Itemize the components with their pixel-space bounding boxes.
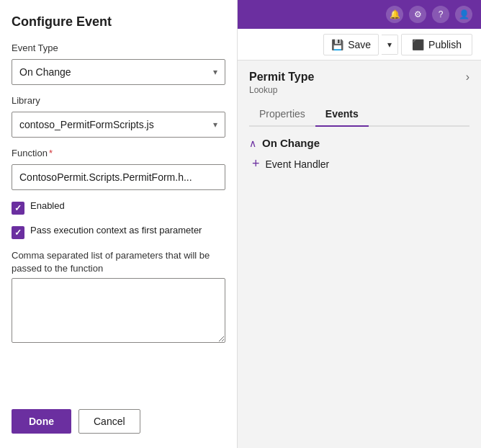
top-toolbar: 🔔 ⚙ ? 👤 — [238, 0, 481, 29]
tab-properties[interactable]: Properties — [249, 102, 315, 127]
on-change-section: ∧ On Change + Event Handler — [249, 137, 469, 171]
chevron-down-icon: ▾ — [213, 67, 217, 77]
lookup-label: Lookup — [249, 85, 469, 95]
pass-context-checkbox[interactable] — [12, 226, 24, 239]
help-icon[interactable]: ? — [432, 6, 449, 23]
done-button[interactable]: Done — [12, 409, 71, 434]
right-content: Permit Type › Lookup Properties Events ∧… — [238, 61, 481, 190]
settings-icon[interactable]: ⚙ — [409, 6, 426, 23]
library-select[interactable]: contoso_PermitFormScripts.js ▾ — [12, 112, 225, 138]
tab-events[interactable]: Events — [315, 102, 369, 127]
event-type-field: Event Type On Change ▾ — [12, 42, 225, 85]
publish-icon: ⬛ — [412, 39, 424, 50]
function-field: Function* — [12, 148, 225, 190]
cancel-button[interactable]: Cancel — [78, 409, 140, 434]
notifications-icon[interactable]: 🔔 — [386, 6, 403, 23]
panel-title: Configure Event — [12, 14, 225, 30]
params-textarea[interactable] — [12, 278, 225, 343]
on-change-header: ∧ On Change — [249, 137, 469, 149]
on-change-title: On Change — [262, 137, 320, 149]
action-buttons: Done Cancel — [12, 402, 225, 434]
pass-context-checkbox-row: Pass execution context as first paramete… — [12, 225, 225, 239]
event-type-select[interactable]: On Change ▾ — [12, 59, 225, 85]
chevron-down-icon: ▾ — [213, 120, 217, 130]
configure-event-panel: Configure Event Event Type On Change ▾ L… — [0, 0, 238, 448]
publish-button[interactable]: ⬛ Publish — [401, 34, 472, 55]
event-handler-row[interactable]: + Event Handler — [249, 156, 469, 171]
function-label: Function* — [12, 148, 225, 158]
permit-type-header: Permit Type › — [249, 71, 469, 84]
params-label: Comma separated list of parameters that … — [12, 249, 225, 275]
event-handler-label: Event Handler — [266, 158, 330, 170]
library-label: Library — [12, 95, 225, 106]
collapse-icon[interactable]: ∧ — [249, 138, 256, 149]
save-dropdown-button[interactable]: ▾ — [382, 35, 398, 55]
user-avatar[interactable]: 👤 — [455, 6, 472, 23]
save-button[interactable]: 💾 Save — [323, 34, 379, 55]
event-type-label: Event Type — [12, 42, 225, 53]
library-field: Library contoso_PermitFormScripts.js ▾ — [12, 95, 225, 138]
permit-type-title: Permit Type — [249, 71, 314, 84]
right-panel: 🔔 ⚙ ? 👤 💾 Save ▾ ⬛ Publish Permit Type ›… — [238, 0, 481, 448]
tabs-row: Properties Events — [249, 102, 469, 127]
enabled-checkbox-row: Enabled — [12, 200, 225, 215]
enabled-checkbox[interactable] — [12, 202, 24, 215]
pass-context-label: Pass execution context as first paramete… — [30, 225, 202, 236]
enabled-label: Enabled — [30, 200, 65, 211]
plus-icon: + — [252, 156, 260, 171]
chevron-right-icon[interactable]: › — [466, 71, 469, 84]
secondary-toolbar: 💾 Save ▾ ⬛ Publish — [238, 29, 481, 61]
save-icon: 💾 — [331, 39, 343, 50]
params-field: Comma separated list of parameters that … — [12, 249, 225, 343]
function-input[interactable] — [12, 164, 225, 190]
